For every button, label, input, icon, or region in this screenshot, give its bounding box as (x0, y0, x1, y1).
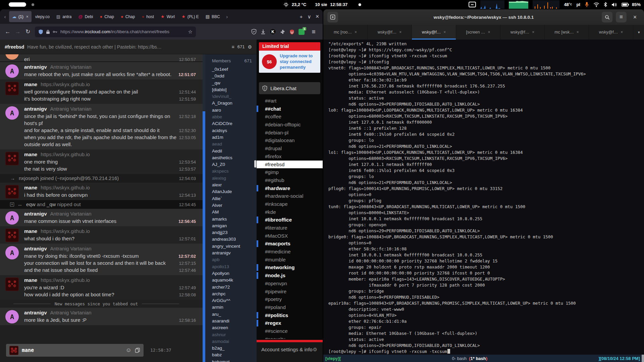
permissions-icon[interactable] (53, 30, 58, 34)
member-list-item[interactable]: _0x1eef (205, 66, 257, 73)
channel-list-item[interactable]: #libreoffice (257, 216, 323, 224)
channel-list-item[interactable]: #macports (257, 240, 323, 248)
browser-tab[interactable]: ▤BBC (203, 11, 223, 22)
mane-avatar[interactable] (5, 185, 19, 198)
upgrade-card[interactable]: $6 Upgrade now to stay connected permane… (259, 51, 320, 73)
member-list-item[interactable]: aru_ (205, 311, 257, 318)
member-list-item[interactable]: aead (205, 141, 257, 147)
channel-settings-gear-icon[interactable]: ⚙ (248, 44, 252, 50)
member-list-item[interactable]: ArGGu^^ (205, 297, 257, 304)
member-list-item[interactable]: armin (205, 304, 257, 311)
antranigv-avatar[interactable]: A (5, 246, 19, 259)
member-list-item[interactable]: asmodai (205, 338, 257, 345)
tab-scroll-right-icon[interactable]: › (223, 14, 231, 19)
member-list-item[interactable]: AM (205, 209, 257, 216)
member-list-item[interactable]: b2ag_ (205, 345, 257, 352)
network-header[interactable]: Libera.Chat (259, 82, 320, 94)
member-list-item[interactable]: archer72 (205, 284, 257, 291)
window-close-button[interactable]: × (313, 13, 321, 20)
member-list-item[interactable]: acidsys (205, 127, 257, 134)
chat-scrollbar[interactable] (203, 54, 205, 362)
forward-button[interactable]: → (13, 27, 23, 37)
terminal-tab[interactable]: mc [roo…× (323, 25, 368, 40)
channel-list-item[interactable]: #kde (257, 208, 323, 216)
member-list-item[interactable]: bahamat (205, 359, 257, 362)
browser-tab[interactable]: ●Chap (118, 11, 138, 22)
channel-list-item[interactable]: ##github (257, 176, 323, 184)
mane-avatar[interactable] (5, 278, 19, 291)
terminal-scrollbar-thumb[interactable] (642, 355, 644, 362)
tab-scroll-left-icon[interactable]: ‹ (1, 14, 9, 19)
channel-list-item[interactable]: #debian-offtopic (257, 121, 323, 129)
browser-tab[interactable]: @Debi (75, 11, 96, 22)
antranigv-avatar[interactable]: A (5, 211, 19, 225)
member-list-item[interactable]: alexisg (205, 175, 257, 182)
tracking-shield-icon[interactable] (38, 29, 43, 35)
channel-list-item[interactable]: #gimp (257, 168, 323, 176)
terminal-tab[interactable]: wsky@f…× (589, 25, 633, 40)
channel-list-item[interactable]: #debian-pl (257, 129, 323, 137)
bluetooth-icon[interactable] (604, 2, 607, 7)
terminal-tab-close-icon[interactable]: × (488, 30, 490, 35)
microphone-icon[interactable] (585, 2, 589, 7)
terminal-tab[interactable]: wsky@f…× (412, 25, 456, 40)
member-list-item[interactable]: [diablo] (205, 86, 257, 93)
weather-indicator[interactable]: 23,2 °C (283, 2, 307, 7)
member-list-item[interactable]: A_Dragon (205, 100, 257, 107)
terminal-output[interactable]: "/etc/exports" 4L, 219B written[root@vle… (323, 40, 644, 355)
member-list-scrollbar-thumb[interactable] (254, 160, 256, 168)
ublock-icon[interactable] (289, 29, 294, 35)
member-list-item[interactable]: Apollyon (205, 270, 257, 277)
clock-weather-group[interactable]: 23,2 °C 10 sie 12:58:37 (283, 0, 361, 9)
member-list-item[interactable]: akspecs (205, 168, 257, 175)
expand-icon[interactable]: + (10, 202, 14, 206)
battery-indicator[interactable]: 85% (622, 2, 641, 7)
net-graph[interactable] (480, 0, 504, 9)
terminal-close-button[interactable]: × (630, 12, 640, 22)
channel-list-item[interactable]: #coffee (257, 113, 323, 121)
browser-tab[interactable]: ▨antra (53, 11, 75, 22)
member-list-item[interactable]: andjjj23 (205, 229, 257, 236)
tab-overflow-caret-icon[interactable]: ▾ (633, 25, 644, 40)
channel-list-item[interactable]: #MacOSX (257, 232, 323, 240)
antranigv-avatar[interactable]: A (5, 64, 19, 78)
member-list-item[interactable]: apb (205, 256, 257, 263)
channel-list-item[interactable]: #firefox (257, 153, 323, 161)
emoji-icon[interactable]: ☺ (126, 347, 131, 354)
member-list-item[interactable]: abbe (205, 114, 257, 120)
activities-pill[interactable] (9, 2, 26, 7)
terminal-tab[interactable]: wsky@f…× (500, 25, 545, 40)
pocket-shield-icon[interactable] (251, 29, 257, 35)
member-list-item[interactable]: amarks (205, 216, 257, 223)
mane-avatar[interactable] (5, 152, 19, 165)
downloads-icon[interactable] (261, 29, 266, 35)
channel-list-item[interactable]: #drupal (257, 144, 323, 153)
member-list-item[interactable]: _qw (205, 80, 257, 86)
mane-avatar[interactable] (5, 229, 19, 242)
channel-list-item[interactable]: #regex (257, 319, 323, 327)
member-list-item[interactable]: angry_vincent (205, 243, 257, 250)
member-list-item[interactable]: ad1m (205, 134, 257, 141)
channel-list-item[interactable]: #pipewire (257, 288, 323, 296)
workspace-dot[interactable] (32, 3, 34, 6)
channel-list-item[interactable]: #hardware-social (257, 192, 323, 200)
terminal-search-button[interactable] (602, 12, 612, 22)
terminal-tab-close-icon[interactable]: × (443, 30, 446, 35)
member-list-item[interactable]: aaro (205, 107, 257, 114)
member-list-icon[interactable]: ≡ (232, 44, 234, 50)
member-list-item[interactable]: Aedil (205, 148, 257, 155)
terminal-tab[interactable]: mc [wsk…× (545, 25, 589, 40)
clock[interactable]: 10 sie 12:58:37 (315, 2, 347, 7)
channel-list-item[interactable]: #digitalocean (257, 136, 323, 144)
channel-list-item[interactable]: #hardware (257, 184, 323, 192)
lock-icon[interactable] (46, 29, 50, 34)
green-extension-icon[interactable]: 1 (299, 29, 305, 35)
member-list-item[interactable]: babz (205, 352, 257, 358)
terminal-tab-close-icon[interactable]: × (532, 30, 534, 35)
channel-list-item[interactable]: #openvpn (257, 280, 323, 288)
account-gear-icon[interactable]: ⚙ (313, 347, 317, 353)
account-settings-row[interactable]: Account settings & info ⚙ (257, 342, 323, 362)
channel-list-item[interactable]: #freebsd (257, 161, 323, 169)
browser-tab[interactable]: ●host (139, 11, 157, 22)
member-list-item[interactable]: AllanJude (205, 188, 257, 195)
